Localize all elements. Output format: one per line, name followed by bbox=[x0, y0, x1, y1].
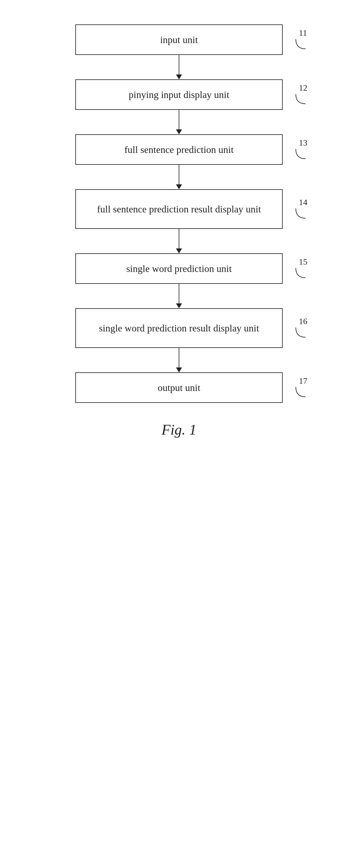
arrow-head-3 bbox=[176, 184, 182, 189]
arrow-line-5 bbox=[179, 284, 179, 303]
arrow-1 bbox=[176, 55, 182, 79]
block-full-sentence-result: full sentence prediction result display … bbox=[75, 189, 283, 229]
block-label-13: full sentence prediction unit bbox=[124, 144, 234, 155]
ref-label-14: 14 bbox=[293, 197, 308, 221]
arrow-line-6 bbox=[179, 348, 179, 368]
block-output-unit: output unit 17 bbox=[75, 372, 283, 403]
block-pinying-input: pinying input display unit 12 bbox=[75, 79, 283, 110]
arrow-5 bbox=[176, 284, 182, 308]
arrow-line-3 bbox=[179, 165, 179, 184]
arrow-head-2 bbox=[176, 129, 182, 134]
ref-label-11: 11 bbox=[293, 28, 308, 51]
block-row-16: single word prediction result display un… bbox=[42, 308, 316, 348]
block-label-14: full sentence prediction result display … bbox=[97, 204, 261, 215]
arrow-3 bbox=[176, 165, 182, 189]
block-row-12: pinying input display unit 12 bbox=[42, 79, 316, 110]
block-single-word-prediction: single word prediction unit 15 bbox=[75, 253, 283, 284]
block-input-unit: input unit 11 bbox=[75, 24, 283, 55]
arrow-head-5 bbox=[176, 303, 182, 308]
block-single-word-result: single word prediction result display un… bbox=[75, 308, 283, 348]
arrow-2 bbox=[176, 110, 182, 134]
bracket-curve-12 bbox=[293, 92, 308, 106]
block-row-11: input unit 11 bbox=[42, 24, 316, 55]
block-label-15: single word prediction unit bbox=[126, 263, 232, 274]
block-row-17: output unit 17 bbox=[42, 372, 316, 403]
ref-label-12: 12 bbox=[293, 83, 308, 106]
block-label-12: pinying input display unit bbox=[129, 89, 229, 100]
arrow-head-1 bbox=[176, 74, 182, 79]
figure-caption: Fig. 1 bbox=[162, 421, 197, 438]
ref-label-17: 17 bbox=[293, 376, 308, 399]
ref-label-16: 16 bbox=[293, 316, 308, 340]
ref-label-15: 15 bbox=[293, 257, 308, 280]
arrow-head-6 bbox=[176, 368, 182, 372]
block-row-15: single word prediction unit 15 bbox=[42, 253, 316, 284]
block-label-16: single word prediction result display un… bbox=[99, 322, 259, 334]
bracket-curve-13 bbox=[293, 147, 308, 161]
block-row-13: full sentence prediction unit 13 bbox=[42, 134, 316, 165]
bracket-curve-14 bbox=[293, 206, 308, 221]
block-label-17: output unit bbox=[158, 382, 200, 394]
arrow-4 bbox=[176, 229, 182, 253]
arrow-6 bbox=[176, 348, 182, 372]
arrow-line-4 bbox=[179, 229, 179, 248]
block-label-11: input unit bbox=[160, 34, 198, 45]
ref-label-13: 13 bbox=[293, 138, 308, 161]
arrow-line-2 bbox=[179, 110, 179, 129]
bracket-curve-16 bbox=[293, 325, 308, 340]
figure-title-text: Fig. 1 bbox=[162, 422, 197, 438]
arrow-line-1 bbox=[179, 55, 179, 74]
bracket-curve-17 bbox=[293, 384, 308, 399]
diagram-container: input unit 11 pinying input display unit… bbox=[42, 24, 316, 438]
bracket-curve-15 bbox=[293, 266, 308, 280]
block-full-sentence-prediction: full sentence prediction unit 13 bbox=[75, 134, 283, 165]
arrow-head-4 bbox=[176, 248, 182, 253]
bracket-curve-11 bbox=[293, 37, 308, 51]
block-row-14: full sentence prediction result display … bbox=[42, 189, 316, 229]
